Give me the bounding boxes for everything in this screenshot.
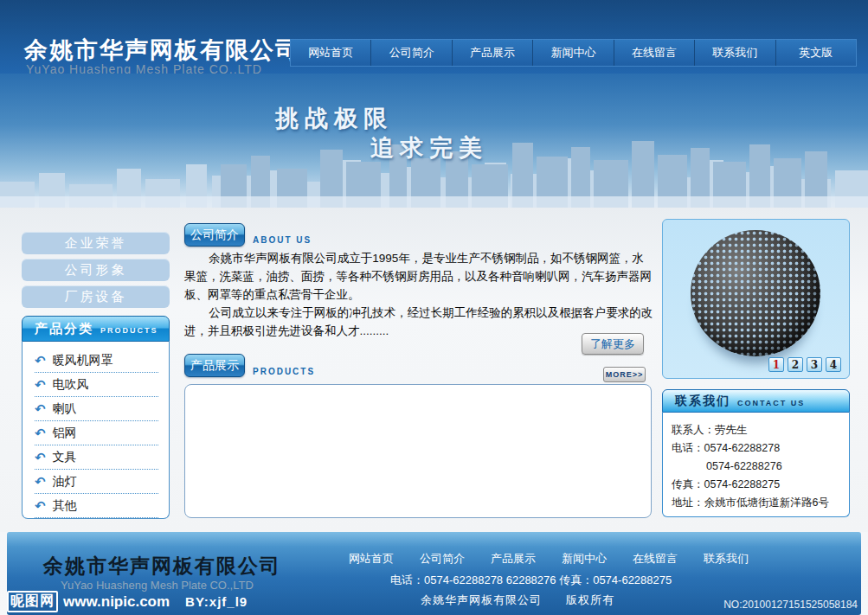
product-category-item[interactable]: ↶ 喇叭 [35,397,158,421]
category-label: 其他 [53,498,77,514]
nav-item-news[interactable]: 新闻中心 [532,40,613,66]
contact-phone2-line: 0574-62288276 [672,458,842,476]
footer-company-name-english: YuYao Huasheng Mesh Plate CO.,LTD [61,579,254,592]
sidebar-button-honors[interactable]: 企业荣誉 [22,232,170,254]
curved-arrow-icon: ↶ [35,498,46,514]
footer-company-name: 余姚市华声网板有限公司 [43,553,281,580]
footer: 余姚市华声网板有限公司 YuYao Huasheng Mesh Plate CO… [7,532,861,615]
page: 余姚市华声网板有限公司 YuYao Huasheng Mesh Plate CO… [0,0,868,615]
product-category-item[interactable]: ↶ 其他 [35,494,158,518]
contact-header: 联系我们 CONTACT US [662,389,850,413]
product-category-panel: 产品分类 PRODUCTS ↶ 暖风机网罩 ↶ 电吹风 ↶ 喇叭 ↶ [22,316,170,519]
product-category-list: ↶ 暖风机网罩 ↶ 电吹风 ↶ 喇叭 ↶ 铝网 ↶ 文具 [22,342,170,519]
main-nav: 网站首页 公司简介 产品展示 新闻中心 在线留言 联系我们 英文版 [290,39,857,67]
nav-item-products[interactable]: 产品展示 [452,40,532,66]
pagination-button-1[interactable]: 1 [768,357,784,372]
more-button[interactable]: MORE>> [603,367,646,382]
product-category-item[interactable]: ↶ 暖风机网罩 [35,349,158,373]
watermark-url: www.nipic.com [63,593,170,611]
contact-subtitle: CONTACT US [737,399,805,407]
speaker-mesh-product-image [691,230,820,356]
about-tab-button[interactable]: 公司简介 [184,223,245,247]
curved-arrow-icon: ↶ [35,450,46,465]
curved-arrow-icon: ↶ [35,474,46,490]
contact-info: 联系人：劳先生 电话：0574-62288278 0574-62288276 传… [662,413,850,517]
product-category-header: 产品分类 PRODUCTS [22,316,170,342]
products-tab-button[interactable]: 产品展示 [184,354,245,377]
about-paragraph-1: 余姚市华声网板有限公司成立于1995年，是专业生产不锈钢制品，如不锈钢网篮，水果… [184,249,653,304]
curved-arrow-icon: ↶ [35,426,46,441]
contact-title: 联系我们 [675,394,730,409]
nav-item-contact[interactable]: 联系我们 [694,40,775,66]
gallery-pagination: 1 2 3 4 [768,357,841,372]
banner: 挑战极限 追求完美 [0,74,868,208]
contact-panel: 联系我们 CONTACT US 联系人：劳先生 电话：0574-62288278… [662,389,850,517]
curved-arrow-icon: ↶ [35,401,46,417]
footer-copyright: 余姚华声网板有限公司 版权所有 [421,593,614,608]
footer-nav-home[interactable]: 网站首页 [349,551,394,567]
category-label: 油灯 [53,474,77,490]
header: 余姚市华声网板有限公司 YuYao Huasheng Mesh Plate CO… [0,0,868,74]
product-category-item[interactable]: ↶ 铝网 [35,421,158,445]
category-label: 暖风机网罩 [53,353,113,368]
footer-phone-line: 电话：0574-62288278 62288276 传真：0574-622882… [390,573,672,588]
main-content: 企业荣誉 公司形象 厂房设备 产品分类 PRODUCTS ↶ 暖风机网罩 ↶ 电… [0,208,868,532]
product-category-item[interactable]: ↶ 文具 [35,445,158,470]
contact-address-line: 地址：余姚市低塘街道新洋路6号 [672,494,842,512]
contact-fax-line: 传真：0574-62288275 [672,476,842,494]
category-label: 喇叭 [53,401,77,417]
curved-arrow-icon: ↶ [35,377,46,393]
about-section: 余姚市华声网板有限公司成立于1995年，是专业生产不锈钢制品，如不锈钢网篮，水果… [184,249,653,340]
footer-nav-contact[interactable]: 联系我们 [704,551,749,567]
pagination-button-3[interactable]: 3 [807,357,822,372]
learn-more-button[interactable]: 了解更多 [582,333,644,355]
sidebar-button-facilities[interactable]: 厂房设备 [22,285,170,308]
contact-person-line: 联系人：劳先生 [672,421,842,439]
curved-arrow-icon: ↶ [35,353,46,368]
product-category-item[interactable]: ↶ 电吹风 [35,373,158,397]
footer-nav-products[interactable]: 产品展示 [491,551,536,567]
footer-nav-news[interactable]: 新闻中心 [562,551,607,567]
nav-item-guestbook[interactable]: 在线留言 [614,40,694,66]
watermark-site-logo: 昵图网 [7,591,58,612]
nipic-watermark: 昵图网 www.nipic.com BY:xjf_l9 [7,591,248,612]
contact-phone-line: 电话：0574-62288278 [672,439,842,458]
footer-nav: 网站首页 公司简介 产品展示 新闻中心 在线留言 联系我们 [349,551,749,567]
about-caption: ABOUT US [253,235,312,245]
company-name: 余姚市华声网板有限公司 [24,35,300,66]
watermark-author: BY:xjf_l9 [185,594,248,609]
banner-slogan-line2: 追求完美 [370,132,488,163]
category-label: 文具 [53,450,77,465]
products-caption: PRODUCTS [253,367,315,376]
nav-item-home[interactable]: 网站首页 [291,40,370,66]
footer-serial-number: NO:20100127151525058184 [723,599,858,611]
footer-nav-about[interactable]: 公司简介 [420,551,465,567]
pagination-button-2[interactable]: 2 [788,357,803,372]
products-display-area [184,384,652,518]
category-label: 电吹风 [53,377,89,393]
category-panel-title: 产品分类 [35,321,93,337]
category-label: 铝网 [53,426,77,441]
nav-item-about[interactable]: 公司简介 [370,40,451,66]
footer-nav-guestbook[interactable]: 在线留言 [633,551,678,567]
pagination-button-4[interactable]: 4 [826,357,841,372]
product-category-item[interactable]: ↶ 油灯 [35,470,158,494]
banner-slogan-line1: 挑战极限 [275,103,393,134]
gallery-panel: 1 2 3 4 [662,219,850,379]
category-panel-subtitle: PRODUCTS [100,326,158,335]
nav-item-english[interactable]: 英文版 [775,40,856,66]
sidebar-button-company-image[interactable]: 公司形象 [22,259,170,281]
